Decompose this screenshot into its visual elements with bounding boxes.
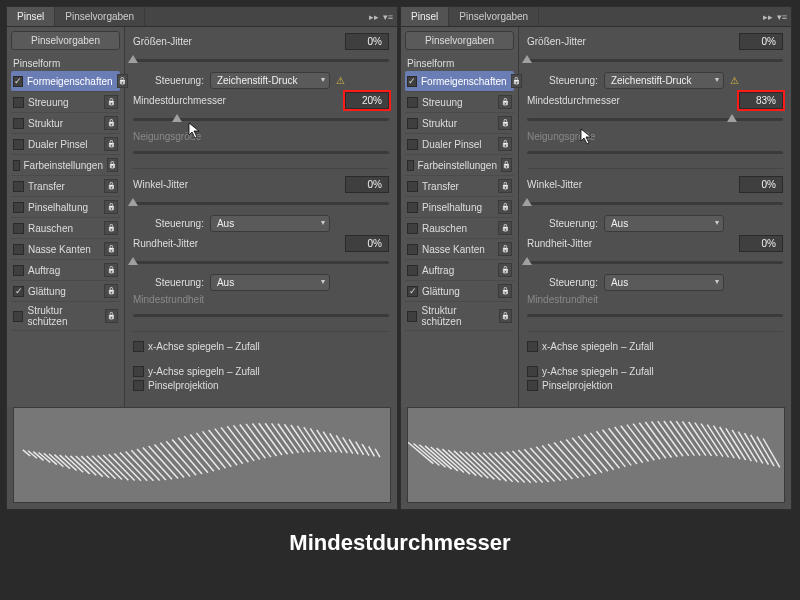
flip-x-checkbox[interactable]: x-Achse spiegeln – Zufall [527, 341, 654, 352]
checkbox[interactable] [407, 160, 414, 171]
checkbox[interactable] [407, 76, 417, 87]
sidebar-item[interactable]: Struktur schützen [11, 302, 120, 331]
lock-icon[interactable] [498, 221, 512, 235]
angle-jitter-slider[interactable] [133, 196, 389, 210]
size-jitter-value[interactable]: 0% [739, 33, 783, 50]
sidebar-item[interactable]: Transfer [11, 176, 120, 197]
lock-icon[interactable] [498, 200, 512, 214]
lock-icon[interactable] [104, 263, 118, 277]
checkbox[interactable] [407, 244, 418, 255]
tab-presets[interactable]: Pinselvorgaben [55, 7, 145, 26]
lock-icon[interactable] [104, 179, 118, 193]
sidebar-item[interactable]: Formeigenschaften [405, 71, 514, 92]
sidebar-item[interactable]: Glättung [405, 281, 514, 302]
lock-icon[interactable] [498, 179, 512, 193]
angle-control-select[interactable]: Aus [604, 215, 724, 232]
sidebar-item[interactable]: Farbeinstellungen [11, 155, 120, 176]
sidebar-item[interactable]: Formeigenschaften [11, 71, 120, 92]
lock-icon[interactable] [104, 137, 118, 151]
angle-control-select[interactable]: Aus [210, 215, 330, 232]
roundness-jitter-slider[interactable] [133, 255, 389, 269]
checkbox[interactable] [13, 76, 23, 87]
lock-icon[interactable] [104, 242, 118, 256]
sidebar-item[interactable]: Glättung [11, 281, 120, 302]
sidebar-item[interactable]: Pinselhaltung [11, 197, 120, 218]
collapse-icon[interactable]: ▸▸ [763, 12, 773, 22]
checkbox[interactable] [13, 223, 24, 234]
sidebar-item[interactable]: Streuung [11, 92, 120, 113]
checkbox[interactable] [13, 311, 23, 322]
lock-icon[interactable] [105, 309, 118, 323]
lock-icon[interactable] [499, 309, 512, 323]
lock-icon[interactable] [104, 116, 118, 130]
checkbox[interactable] [407, 97, 418, 108]
roundness-jitter-slider[interactable] [527, 255, 783, 269]
brush-projection-checkbox[interactable]: Pinselprojektion [133, 380, 389, 391]
checkbox[interactable] [407, 139, 418, 150]
roundness-control-select[interactable]: Aus [210, 274, 330, 291]
lock-icon[interactable] [498, 137, 512, 151]
brush-presets-button[interactable]: Pinselvorgaben [11, 31, 120, 50]
sidebar-item[interactable]: Struktur [11, 113, 120, 134]
sidebar-item[interactable]: Transfer [405, 176, 514, 197]
roundness-jitter-value[interactable]: 0% [345, 235, 389, 252]
checkbox[interactable] [13, 181, 24, 192]
checkbox[interactable] [407, 118, 418, 129]
size-jitter-value[interactable]: 0% [345, 33, 389, 50]
size-jitter-slider[interactable] [527, 53, 783, 67]
flip-x-checkbox[interactable]: x-Achse spiegeln – Zufall [133, 341, 260, 352]
sidebar-item[interactable]: Farbeinstellungen [405, 155, 514, 176]
collapse-icon[interactable]: ▸▸ [369, 12, 379, 22]
lock-icon[interactable] [511, 74, 522, 88]
checkbox[interactable] [407, 265, 418, 276]
menu-icon[interactable]: ▾≡ [383, 12, 393, 22]
brush-projection-checkbox[interactable]: Pinselprojektion [527, 380, 783, 391]
lock-icon[interactable] [107, 158, 118, 172]
checkbox[interactable] [407, 311, 417, 322]
tab-brush[interactable]: Pinsel [7, 7, 55, 26]
tab-presets[interactable]: Pinselvorgaben [449, 7, 539, 26]
lock-icon[interactable] [498, 263, 512, 277]
sidebar-item[interactable]: Dualer Pinsel [405, 134, 514, 155]
checkbox[interactable] [13, 160, 20, 171]
angle-jitter-value[interactable]: 0% [345, 176, 389, 193]
lock-icon[interactable] [104, 221, 118, 235]
lock-icon[interactable] [117, 74, 128, 88]
sidebar-item[interactable]: Pinselhaltung [405, 197, 514, 218]
min-diameter-slider[interactable] [527, 112, 783, 126]
sidebar-item[interactable]: Nasse Kanten [11, 239, 120, 260]
lock-icon[interactable] [104, 95, 118, 109]
checkbox[interactable] [407, 286, 418, 297]
flip-y-checkbox[interactable]: y-Achse spiegeln – Zufall [133, 366, 260, 377]
lock-icon[interactable] [104, 200, 118, 214]
sidebar-item[interactable]: Nasse Kanten [405, 239, 514, 260]
sidebar-item[interactable]: Struktur [405, 113, 514, 134]
brush-tip-shape[interactable]: Pinselform [11, 54, 120, 71]
roundness-control-select[interactable]: Aus [604, 274, 724, 291]
sidebar-item[interactable]: Streuung [405, 92, 514, 113]
sidebar-item[interactable]: Rauschen [405, 218, 514, 239]
checkbox[interactable] [13, 118, 24, 129]
min-diameter-slider[interactable] [133, 112, 389, 126]
sidebar-item[interactable]: Auftrag [405, 260, 514, 281]
checkbox[interactable] [407, 181, 418, 192]
lock-icon[interactable] [498, 116, 512, 130]
checkbox[interactable] [13, 139, 24, 150]
lock-icon[interactable] [501, 158, 512, 172]
checkbox[interactable] [13, 244, 24, 255]
roundness-jitter-value[interactable]: 0% [739, 235, 783, 252]
flip-y-checkbox[interactable]: y-Achse spiegeln – Zufall [527, 366, 654, 377]
checkbox[interactable] [407, 202, 418, 213]
lock-icon[interactable] [498, 242, 512, 256]
angle-jitter-slider[interactable] [527, 196, 783, 210]
min-diameter-value[interactable]: 20% [345, 92, 389, 109]
sidebar-item[interactable]: Rauschen [11, 218, 120, 239]
brush-tip-shape[interactable]: Pinselform [405, 54, 514, 71]
sidebar-item[interactable]: Auftrag [11, 260, 120, 281]
size-control-select[interactable]: Zeichenstift-Druck [210, 72, 330, 89]
checkbox[interactable] [407, 223, 418, 234]
size-jitter-slider[interactable] [133, 53, 389, 67]
checkbox[interactable] [13, 265, 24, 276]
tab-brush[interactable]: Pinsel [401, 7, 449, 26]
menu-icon[interactable]: ▾≡ [777, 12, 787, 22]
